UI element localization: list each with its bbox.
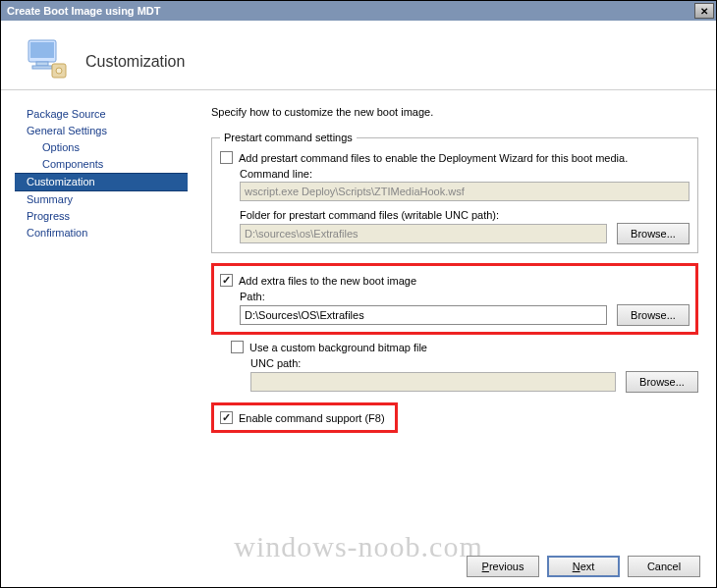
wizard-icon [23,34,72,83]
window-title: Create Boot Image using MDT [7,5,694,17]
extra-files-checkbox[interactable] [220,274,233,287]
close-icon: ✕ [700,6,708,17]
step-package-source[interactable]: Package Source [15,106,188,123]
extra-files-path-label: Path: [240,291,689,302]
extra-files-browse-button[interactable]: Browse... [617,304,689,326]
step-components[interactable]: Components [15,156,188,173]
bg-bitmap-path-label: UNC path: [250,357,698,369]
svg-rect-3 [32,66,52,69]
wizard-header: Customization [1,21,716,89]
svg-rect-2 [36,62,48,66]
prestart-group: Prestart command settings Add prestart c… [211,132,698,253]
step-customization[interactable]: Customization [15,173,188,191]
svg-rect-1 [30,42,54,58]
intro-text: Specify how to customize the new boot im… [211,106,698,118]
prestart-checkbox[interactable] [220,151,233,164]
next-button[interactable]: Next [547,556,620,577]
cancel-button[interactable]: Cancel [628,556,700,577]
window-titlebar: Create Boot Image using MDT ✕ [1,1,716,21]
bg-bitmap-browse-button[interactable]: Browse... [626,371,698,393]
step-general-settings[interactable]: General Settings [15,123,188,139]
close-button[interactable]: ✕ [694,3,714,19]
cmd-line-input [240,182,689,201]
prestart-checkbox-label: Add prestart command files to enable the… [239,152,628,164]
bg-bitmap-label: Use a custom background bitmap file [249,342,427,353]
prestart-folder-input [240,224,607,243]
bg-bitmap-path-input [250,372,616,392]
extra-files-label: Add extra files to the new boot image [239,275,416,287]
cmd-support-checkbox[interactable] [220,411,233,424]
page-title: Customization [85,47,185,71]
prestart-folder-label: Folder for prestart command files (writa… [240,209,689,221]
prestart-legend: Prestart command settings [220,132,357,143]
previous-button[interactable]: Previous [467,556,539,577]
prestart-browse-button[interactable]: Browse... [617,223,689,244]
step-progress[interactable]: Progress [15,208,188,225]
bg-bitmap-checkbox[interactable] [231,341,244,353]
cmd-support-label: Enable command support (F8) [239,412,385,424]
wizard-body: Package Source General Settings Options … [1,102,716,524]
extra-files-highlight: Add extra files to the new boot image Pa… [211,263,698,335]
wizard-steps: Package Source General Settings Options … [15,102,188,524]
step-options[interactable]: Options [15,139,188,156]
cmd-line-label: Command line: [240,168,689,180]
extra-files-path-input[interactable] [240,305,607,325]
wizard-footer: Previous Next Cancel [467,556,700,577]
step-summary[interactable]: Summary [15,191,188,208]
wizard-content: Specify how to customize the new boot im… [188,102,702,524]
svg-point-5 [56,68,62,74]
step-confirmation[interactable]: Confirmation [15,225,188,241]
cmd-support-highlight: Enable command support (F8) [211,402,398,433]
header-rule [1,89,716,90]
